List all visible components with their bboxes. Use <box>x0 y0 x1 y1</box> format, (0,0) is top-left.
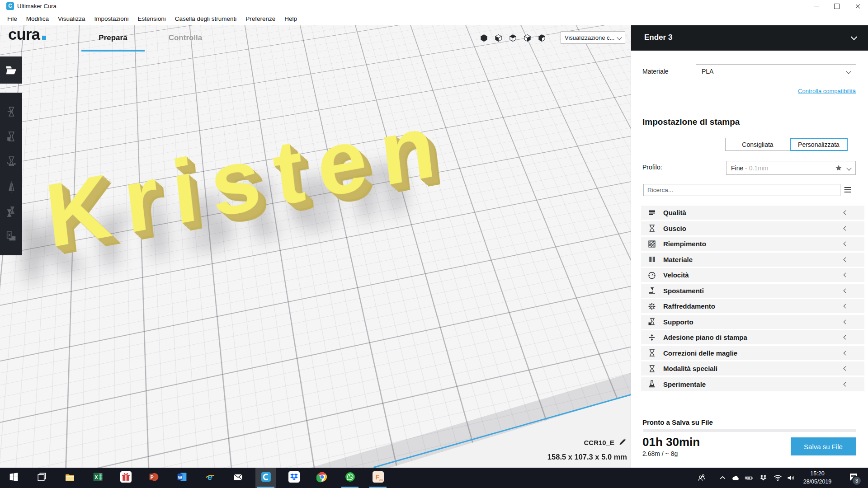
taskbar-task-view-button[interactable] <box>31 468 52 488</box>
category-label: Adesione piano di stampa <box>663 333 747 341</box>
taskbar-dropbox-button[interactable] <box>283 468 304 488</box>
material-label: Materiale <box>642 68 669 75</box>
settings-category-adesione-piano-di-stampa[interactable]: Adesione piano di stampa <box>641 330 864 344</box>
view-left-button[interactable] <box>523 33 532 43</box>
model-dimensions: 158.5 x 107.3 x 5.0 mm <box>547 453 627 461</box>
view-top-button[interactable] <box>508 33 518 43</box>
material-dropdown[interactable]: PLA <box>696 64 856 78</box>
favorite-star-icon[interactable] <box>835 164 843 172</box>
chevron-collapsed-icon <box>844 319 848 324</box>
taskbar-excel-button[interactable]: X <box>87 468 108 488</box>
scale-tool-button[interactable] <box>4 129 19 144</box>
window-title: Ultimaker Cura <box>17 3 57 9</box>
speaker-icon[interactable] <box>784 468 797 488</box>
excel-icon: X <box>92 471 104 484</box>
close-button[interactable] <box>847 0 868 12</box>
mode-personalizzata-button[interactable]: Personalizzata <box>790 138 848 151</box>
viewport-3d[interactable]: Kristen cura PreparaControlla Visualizza… <box>0 25 631 468</box>
mode-consigliata-button[interactable]: Consigliata <box>725 138 790 151</box>
taskbar-file-explorer-button[interactable] <box>59 468 80 488</box>
compatibility-link[interactable]: Controlla compatibilità <box>798 88 856 94</box>
job-status: Pronto a Salva su File <box>642 418 713 426</box>
settings-search-input[interactable] <box>643 184 840 196</box>
wifi-icon[interactable] <box>771 468 784 488</box>
menu-item-help[interactable]: Help <box>280 12 302 25</box>
mirror-tool-button[interactable] <box>4 179 19 194</box>
move-tool-button[interactable] <box>4 104 19 119</box>
tab-label: Controlla <box>169 33 203 42</box>
dropbox-tray-icon[interactable] <box>757 468 769 488</box>
open-file-tool-button[interactable] <box>4 62 19 78</box>
file-explorer-icon <box>64 471 75 484</box>
save-to-file-button[interactable]: Salva su File <box>791 437 856 455</box>
settings-category-materiale[interactable]: Materiale <box>641 253 864 267</box>
battery-icon[interactable] <box>742 468 755 488</box>
view-3d-button[interactable] <box>479 33 489 43</box>
slice-progress-bar <box>643 429 856 432</box>
settings-menu-icon[interactable] <box>843 185 853 195</box>
taskbar-powerpoint-button[interactable]: P <box>143 468 164 488</box>
svg-text:360: 360 <box>379 479 383 481</box>
taskbar-whatsapp-button[interactable] <box>340 468 360 488</box>
action-center-button[interactable]: 3 <box>844 468 863 488</box>
job-name-row[interactable]: CCR10_E <box>547 437 627 447</box>
taskbar-gift-button[interactable] <box>115 468 136 488</box>
support-blocker-tool-button[interactable] <box>4 229 19 244</box>
onedrive-icon[interactable] <box>729 468 741 488</box>
settings-category-raffreddamento[interactable]: Raffreddamento <box>641 299 864 313</box>
menu-item-file[interactable]: File <box>3 12 22 25</box>
notification-badge: 3 <box>852 476 862 486</box>
settings-category-modalit-speciali[interactable]: ?Modalità speciali <box>641 361 864 375</box>
settings-category-correzioni-delle-maglie[interactable]: Correzioni delle maglie <box>641 346 864 360</box>
cura-logo-dot <box>42 36 46 40</box>
taskbar-fusion-360-button[interactable]: F360 <box>368 468 388 488</box>
taskbar-internet-explorer-button[interactable]: e <box>199 468 220 488</box>
maximize-button[interactable] <box>826 0 847 12</box>
people-icon[interactable] <box>695 468 708 488</box>
chevron-down-icon <box>846 69 851 74</box>
edit-pencil-icon[interactable] <box>618 437 627 447</box>
settings-category-guscio[interactable]: Guscio <box>641 221 864 235</box>
rotate-tool-button[interactable] <box>4 154 19 169</box>
view-mode-label: Visualizzazione c... <box>565 34 614 41</box>
chevron-up-icon[interactable] <box>716 468 729 488</box>
profile-dropdown[interactable]: Fine - 0.1mm <box>726 161 856 175</box>
settings-category-supporto[interactable]: Supporto <box>641 315 864 329</box>
settings-category-spostamenti[interactable]: Spostamenti <box>641 284 864 298</box>
view-right-button[interactable] <box>537 33 547 43</box>
taskbar-clock[interactable]: 15:20 28/05/2019 <box>797 468 838 488</box>
support-icon <box>647 317 656 326</box>
printer-header[interactable]: Ender 3 <box>631 25 868 51</box>
menu-item-visualizza[interactable]: Visualizza <box>53 12 90 25</box>
taskbar-word-button[interactable]: W <box>171 468 192 488</box>
settings-category-velocit[interactable]: Velocità <box>641 268 864 282</box>
menu-item-estensioni[interactable]: Estensioni <box>133 12 170 25</box>
dropbox-icon <box>288 471 300 484</box>
taskbar-cura-button[interactable] <box>255 468 276 488</box>
per-model-settings-tool-button[interactable] <box>4 204 19 219</box>
tab-controlla[interactable]: Controlla <box>149 33 222 42</box>
view-mode-dropdown[interactable]: Visualizzazione c... <box>561 31 625 44</box>
material-usage: 2.68m / ~ 8g <box>642 450 678 457</box>
taskbar-mail-button[interactable] <box>227 468 248 488</box>
taskbar-chrome-button[interactable] <box>311 468 332 488</box>
settings-category-qualit[interactable]: Qualità <box>641 206 864 220</box>
taskbar-start-button[interactable] <box>3 468 24 488</box>
category-label: Sperimentale <box>663 380 706 388</box>
open-file-block <box>0 56 22 84</box>
menu-bar: FileModificaVisualizzaImpostazioniEstens… <box>0 12 868 25</box>
settings-category-sperimentale[interactable]: Sperimentale <box>641 377 864 391</box>
tab-prepara[interactable]: Prepara <box>77 33 149 42</box>
gift-icon <box>120 471 132 484</box>
settings-category-riempimento[interactable]: Riempimento <box>641 237 864 251</box>
cura-app-icon: C <box>6 2 14 10</box>
chevron-collapsed-icon <box>844 226 848 230</box>
adhesion-icon <box>647 333 656 342</box>
menu-item-preferenze[interactable]: Preferenze <box>241 12 280 25</box>
menu-item-casella-degli-strumenti[interactable]: Casella degli strumenti <box>170 12 241 25</box>
menu-item-impostazioni[interactable]: Impostazioni <box>90 12 133 25</box>
minimize-button[interactable] <box>806 0 826 12</box>
camera-view-buttons <box>479 33 547 43</box>
menu-item-modifica[interactable]: Modifica <box>22 12 53 25</box>
view-front-button[interactable] <box>494 33 503 43</box>
